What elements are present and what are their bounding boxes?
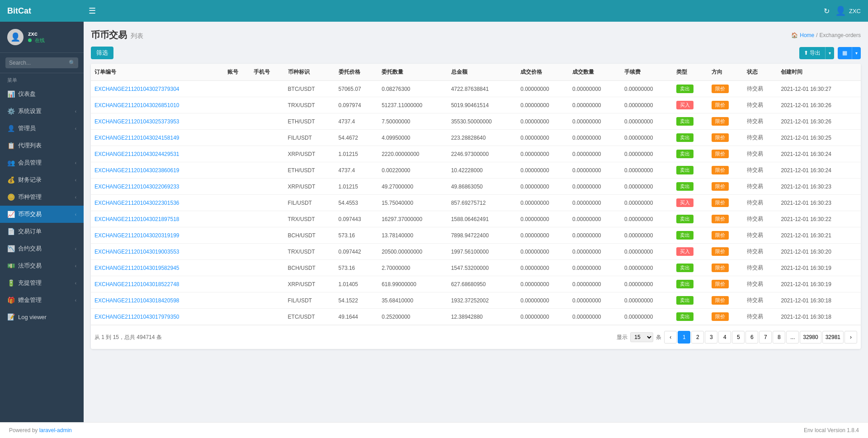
cell-id[interactable]: EXCHANGE211201043023860619 <box>91 162 224 179</box>
sidebar-item-fiat-trade[interactable]: 💵 法币交易 ‹ <box>0 257 84 274</box>
cell-status: 待交易 <box>743 276 777 292</box>
cell-price: 1.01215 <box>335 146 378 162</box>
col-header-成交价格: 成交价格 <box>517 64 569 81</box>
cell-type-dir: 卖出 <box>673 309 708 325</box>
cell-id[interactable]: EXCHANGE211201043019003553 <box>91 244 224 260</box>
nav-label-coin-trade: 币币交易 <box>18 210 42 218</box>
filter-button[interactable]: 筛选 <box>91 47 113 59</box>
cell-id[interactable]: EXCHANGE211201043024429531 <box>91 146 224 162</box>
cell-id[interactable]: EXCHANGE211201043022301536 <box>91 195 224 211</box>
sidebar-username: zxc <box>28 30 45 37</box>
col-header-订单编号: 订单编号 <box>91 64 224 81</box>
grid-button[interactable]: ▦ <box>838 47 852 59</box>
cell-id[interactable]: EXCHANGE211201043024158149 <box>91 130 224 146</box>
sidebar-item-finance-records[interactable]: 💰 财务记录 ‹ <box>0 171 84 188</box>
page-button-7[interactable]: 7 <box>759 331 772 344</box>
chevron-icon-coin-trade: ‹ <box>75 212 76 217</box>
cell-time: 2021-12-01 16:30:27 <box>777 81 861 97</box>
cell-total: 223.28828640 <box>448 130 517 146</box>
page-button-5[interactable]: 5 <box>732 331 745 344</box>
sidebar-item-log-viewer[interactable]: 📝 Log viewer <box>0 309 84 325</box>
col-header-方向: 方向 <box>708 64 743 81</box>
status-dot <box>28 38 32 42</box>
sidebar-item-futures-trade[interactable]: 📉 合约交易 ‹ <box>0 240 84 257</box>
page-button-32980[interactable]: 32980 <box>800 331 821 344</box>
sidebar-item-recharge-management[interactable]: 🔋 充提管理 ‹ <box>0 274 84 292</box>
page-size-select[interactable]: 15 10 20 50 100 <box>630 332 653 342</box>
prev-page-button[interactable]: ‹ <box>664 331 677 344</box>
breadcrumb-home[interactable]: Home <box>800 32 814 38</box>
cell-symbol: BCH/USDT <box>284 227 335 244</box>
cell-id[interactable]: EXCHANGE211201043022069233 <box>91 179 224 195</box>
cell-id[interactable]: EXCHANGE211201043020319199 <box>91 227 224 244</box>
cell-deal-qty: 0.00000000 <box>569 292 621 309</box>
page-button-8[interactable]: 8 <box>773 331 785 344</box>
cell-id[interactable]: EXCHANGE211201043026851010 <box>91 97 224 113</box>
nav-label-gift-management: 赠金管理 <box>18 296 42 304</box>
page-button-3[interactable]: 3 <box>705 331 717 344</box>
sidebar-item-coin-management[interactable]: 🪙 币种管理 ‹ <box>0 188 84 206</box>
sidebar-item-gift-management[interactable]: 🎁 赠金管理 ‹ <box>0 292 84 309</box>
page-button-4[interactable]: 4 <box>718 331 731 344</box>
cell-type-kind: 限价 <box>708 211 743 227</box>
cell-fee: 0.00000000 <box>621 227 673 244</box>
page-button-2[interactable]: 2 <box>691 331 704 344</box>
cell-id[interactable]: EXCHANGE211201043018420598 <box>91 292 224 309</box>
cell-status: 待交易 <box>743 227 777 244</box>
sidebar-item-admin[interactable]: 👤 管理员 ‹ <box>0 120 84 137</box>
cell-deal-price: 0.00000000 <box>517 244 569 260</box>
breadcrumb: 🏠 Home / Exchange-orders <box>791 32 861 38</box>
cell-fee: 0.00000000 <box>621 179 673 195</box>
page-header: 币币交易 列表 🏠 Home / Exchange-orders <box>91 29 861 41</box>
user-area[interactable]: 👤 ZXC <box>835 5 861 16</box>
cell-account <box>224 162 250 179</box>
page-button-32981[interactable]: 32981 <box>822 331 844 344</box>
user-info: zxc 在线 <box>28 30 45 44</box>
sidebar-item-system-settings[interactable]: ⚙️ 系统设置 ‹ <box>0 103 84 120</box>
cell-id[interactable]: EXCHANGE211201043017979350 <box>91 309 224 325</box>
cell-id[interactable]: EXCHANGE211201043019582945 <box>91 260 224 276</box>
cell-total: 857.69275712 <box>448 195 517 211</box>
cell-quantity: 35.68410000 <box>378 292 448 309</box>
sidebar-item-agent-list[interactable]: 📋 代理列表 <box>0 137 84 154</box>
table-head: 订单编号账号手机号币种标识委托价格委托数量总金额成交价格成交数量手续费类型方向状… <box>91 64 861 81</box>
col-header-成交数量: 成交数量 <box>569 64 621 81</box>
table-container: 订单编号账号手机号币种标识委托价格委托数量总金额成交价格成交数量手续费类型方向状… <box>91 64 861 349</box>
app-logo: BitCat <box>7 6 89 16</box>
cell-fee: 0.00000000 <box>621 244 673 260</box>
avatar-icon: 👤 <box>835 5 846 16</box>
grid-dropdown-button[interactable]: ▾ <box>852 47 861 59</box>
cell-id[interactable]: EXCHANGE211201043018522748 <box>91 276 224 292</box>
cell-total: 49.86863050 <box>448 179 517 195</box>
col-header-总金额: 总金额 <box>448 64 517 81</box>
nav-icon-futures-trade: 📉 <box>7 245 14 252</box>
search-input[interactable] <box>5 57 78 68</box>
cell-id[interactable]: EXCHANGE211201043027379304 <box>91 81 224 97</box>
export-button[interactable]: ⬆ 导出 <box>799 47 825 59</box>
sidebar-item-dashboard[interactable]: 📊 仪表盘 <box>0 85 84 103</box>
page-subtitle: 列表 <box>131 32 143 40</box>
cell-id[interactable]: EXCHANGE211201043025373953 <box>91 113 224 130</box>
page-button-1[interactable]: 1 <box>678 331 690 344</box>
next-page-button[interactable]: › <box>844 331 857 344</box>
nav-label-admin: 管理员 <box>18 124 36 132</box>
refresh-icon[interactable]: ↻ <box>824 7 830 15</box>
hamburger-icon[interactable]: ☰ <box>89 6 96 16</box>
footer-link[interactable]: laravel-admin <box>39 427 72 433</box>
cell-price: 54.4672 <box>335 130 378 146</box>
col-header-委托价格: 委托价格 <box>335 64 378 81</box>
cell-time: 2021-12-01 16:30:19 <box>777 260 861 276</box>
cell-account <box>224 81 250 97</box>
page-button-6[interactable]: 6 <box>745 331 758 344</box>
show-label: 显示 <box>617 334 627 341</box>
cell-deal-price: 0.00000000 <box>517 179 569 195</box>
sidebar-item-coin-trade[interactable]: 📈 币币交易 ‹ <box>0 206 84 223</box>
cell-account <box>224 211 250 227</box>
cell-symbol: FIL/USDT <box>284 292 335 309</box>
cell-time: 2021-12-01 16:30:19 <box>777 276 861 292</box>
cell-id[interactable]: EXCHANGE211201043021897518 <box>91 211 224 227</box>
export-dropdown-button[interactable]: ▾ <box>825 47 834 59</box>
footer: Powered by laravel-admin Env local Versi… <box>0 422 868 438</box>
sidebar-item-trade-orders[interactable]: 📄 交易订单 <box>0 223 84 240</box>
sidebar-item-member-management[interactable]: 👥 会员管理 ‹ <box>0 154 84 171</box>
